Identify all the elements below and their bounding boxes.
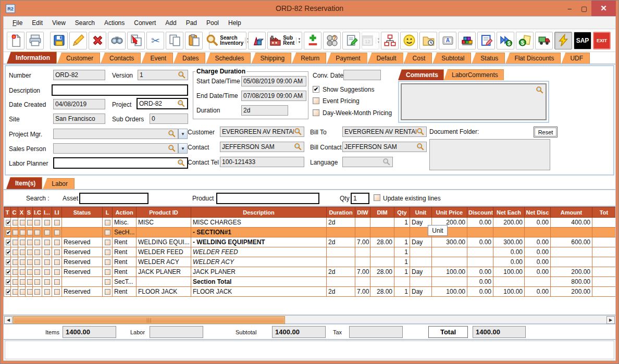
chevron-down-icon[interactable]: ▼▼ [296,37,301,44]
cell-qty[interactable]: 1 [394,287,410,297]
keyboard-key-button[interactable]: A [439,32,456,49]
cell-net_each[interactable]: 100.00 [493,267,525,277]
menu-file[interactable]: File [8,18,27,28]
checkbox-icon[interactable] [105,220,110,225]
cell-amount[interactable] [551,257,592,267]
cell-action[interactable]: SecT... [113,277,137,287]
checkbox-icon[interactable] [44,289,50,295]
cell-unit[interactable] [410,247,432,257]
row-checkbox-cell[interactable]: ✔ [4,267,11,277]
checkbox-icon[interactable] [13,220,18,225]
checkbox-icon[interactable] [27,230,33,235]
row-checkbox-cell[interactable] [18,218,26,228]
cell-net_disc[interactable]: 0.00 [525,287,551,297]
cell-dim[interactable] [370,228,394,237]
row-checkbox-cell[interactable] [18,287,26,297]
sales-person-dropdown[interactable]: ▼ [178,143,188,154]
row-checkbox-cell[interactable]: ✔ [4,218,11,228]
col-header-amount[interactable]: Amount [551,207,592,218]
checkbox-icon[interactable] [34,289,40,295]
bill-to-field[interactable]: EVERGREEN AV RENTALS [342,127,427,137]
product-input[interactable] [216,193,319,204]
tab-udf[interactable]: UDF [561,53,590,64]
row-checkbox-cell[interactable] [42,257,52,267]
tab-customer[interactable]: Customer [57,53,100,64]
cell-qty[interactable]: 1 [394,247,410,257]
tab-shipping[interactable]: Shipping [251,53,291,64]
col-header-i2[interactable]: I... [42,207,52,218]
menu-view[interactable]: View [47,18,70,28]
menu-add[interactable]: Add [160,18,181,28]
cell-action[interactable]: SecH... [113,228,137,237]
row-checkbox-cell[interactable] [11,287,18,297]
copy-special-button[interactable] [127,32,145,49]
cell-duration[interactable]: 2d [327,287,355,297]
row-checkbox-cell[interactable] [103,228,113,237]
cell-duration[interactable] [327,228,355,237]
calendar-button[interactable]: 12▼▼ [362,32,379,49]
cell-qty[interactable]: 1 [394,218,410,228]
checkbox-icon[interactable] [20,269,26,275]
tab-default[interactable]: Default [368,53,403,64]
col-header-ii[interactable]: I.I [52,207,62,218]
send-dollar-button[interactable]: $ [497,32,514,49]
asset-input[interactable] [79,193,148,204]
cell-duration[interactable]: 2d [327,218,355,228]
maximize-button[interactable]: ▢ [577,1,591,16]
checkbox-icon[interactable]: ✔ [6,289,11,295]
checkbox-icon[interactable] [54,220,60,225]
row-checkbox-cell[interactable] [52,287,62,297]
row-checkbox-cell[interactable] [42,287,52,297]
checkbox-icon[interactable]: ✔ [6,269,11,275]
cell-amount[interactable]: 200.00 [551,267,592,277]
checkbox-icon[interactable] [13,230,18,235]
search-inventory-button[interactable]: Search Inventory▼▼ [209,32,246,49]
checkbox-icon[interactable] [44,220,50,225]
scroll-right-arrow[interactable]: ▶ [606,316,615,324]
checkbox-icon[interactable] [34,240,40,245]
cell-amount[interactable]: 200.00 [551,287,592,297]
cell-product_id[interactable]: WELDER ACY [137,257,191,267]
reset-button[interactable]: Reset [534,127,558,137]
search-icon[interactable] [168,130,176,138]
cell-status[interactable]: Reserved [62,287,103,297]
checkbox-icon[interactable] [13,240,18,245]
cell-diw[interactable] [355,257,370,267]
row-checkbox-cell[interactable] [11,267,18,277]
cell-action[interactable]: Rent [113,287,137,297]
exit-button[interactable]: EXIT [593,32,611,49]
cell-qty[interactable]: 1 [394,267,410,277]
cell-status[interactable] [62,228,103,237]
checkbox-icon[interactable] [34,220,40,225]
sub-rent-button[interactable]: Sub Rent▼▼ [267,32,302,49]
row-checkbox-cell[interactable] [52,247,62,257]
row-checkbox-cell[interactable] [26,277,33,287]
truck-button[interactable] [535,32,553,49]
row-checkbox-cell[interactable] [26,287,33,297]
checkbox-icon[interactable]: ✔ [6,249,11,255]
row-checkbox-cell[interactable] [11,257,18,267]
cell-duration[interactable]: 2d [327,267,355,277]
minimize-button[interactable]: – [562,1,577,16]
cell-status[interactable] [62,218,103,228]
col-header-s[interactable]: S [26,207,33,218]
cell-duration[interactable] [327,247,355,257]
row-checkbox-cell[interactable] [26,257,33,267]
row-checkbox-cell[interactable] [26,218,33,228]
cell-action[interactable]: Rent [113,247,137,257]
col-header-tot[interactable]: Tot [592,207,616,218]
cell-product_id[interactable]: FLOOR JACK [137,287,191,297]
sales-person-field[interactable] [53,143,178,154]
search-icon[interactable] [178,71,186,79]
row-checkbox-cell[interactable] [18,228,26,237]
end-date-field[interactable]: 07/08/2019 09:00 AM [241,91,306,101]
cell-net_disc[interactable] [525,277,551,287]
cell-dim[interactable]: 28.00 [370,267,394,277]
cell-dim[interactable]: 28.00 [370,237,394,247]
cell-dim[interactable] [370,257,394,267]
cell-diw[interactable]: 7.00 [355,237,370,247]
cell-unit[interactable] [410,257,432,267]
search-icon[interactable] [168,144,176,153]
scrollbar-thumb[interactable]: ||| [13,316,285,324]
checkbox-icon[interactable] [34,249,40,255]
